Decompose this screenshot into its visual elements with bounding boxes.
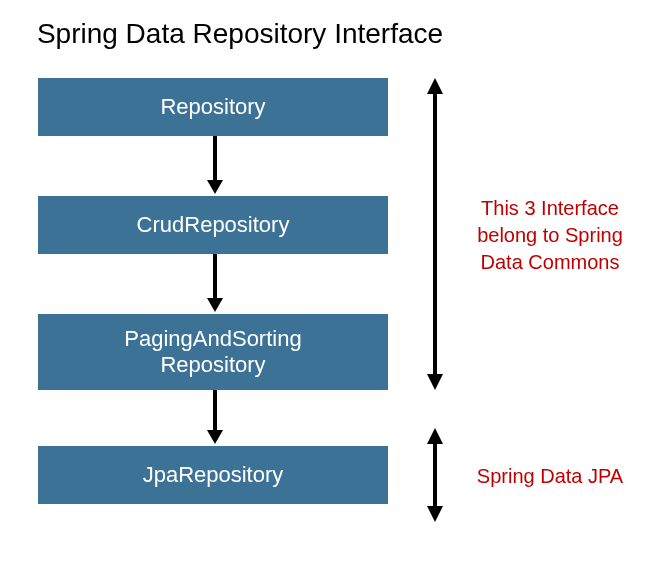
arrow-crud-to-paging — [205, 254, 225, 314]
box-repository-label: Repository — [160, 94, 265, 120]
arrow-repository-to-crud — [205, 136, 225, 196]
svg-marker-5 — [207, 430, 223, 444]
annotation-commons-line1: This 3 Interface — [481, 197, 619, 219]
box-jpa-label: JpaRepository — [143, 462, 284, 488]
annotation-commons: This 3 Interface belong to Spring Data C… — [460, 195, 640, 276]
bracket-commons — [420, 78, 450, 390]
annotation-commons-line3: Data Commons — [481, 251, 620, 273]
annotation-jpa-text: Spring Data JPA — [477, 465, 623, 487]
svg-marker-1 — [207, 180, 223, 194]
arrow-paging-to-jpa — [205, 390, 225, 446]
bracket-jpa — [420, 428, 450, 522]
box-crud-label: CrudRepository — [137, 212, 290, 238]
annotation-jpa: Spring Data JPA — [460, 463, 640, 490]
box-jpa-repository: JpaRepository — [38, 446, 388, 504]
svg-marker-9 — [427, 428, 443, 444]
svg-marker-11 — [427, 506, 443, 522]
box-paging-label-line2: Repository — [160, 352, 265, 377]
box-crud-repository: CrudRepository — [38, 196, 388, 254]
box-repository: Repository — [38, 78, 388, 136]
svg-marker-6 — [427, 78, 443, 94]
box-paging-label-line1: PagingAndSorting — [124, 326, 301, 351]
annotation-commons-line2: belong to Spring — [477, 224, 623, 246]
diagram-title: Spring Data Repository Interface — [0, 18, 480, 50]
svg-marker-8 — [427, 374, 443, 390]
svg-marker-3 — [207, 298, 223, 312]
box-paging-sorting-repository: PagingAndSorting Repository — [38, 314, 388, 390]
